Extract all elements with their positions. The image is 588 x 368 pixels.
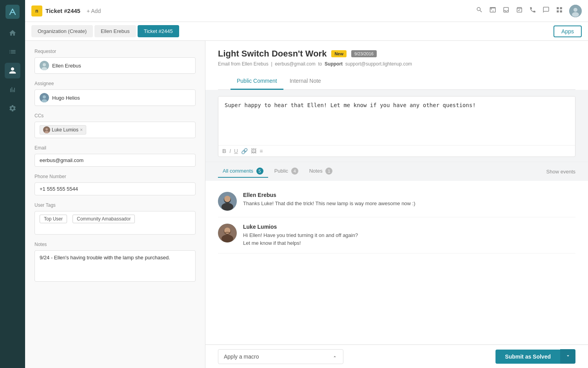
filter-all-comments[interactable]: All comments 5	[218, 165, 268, 178]
filter-notes[interactable]: Notes 1	[305, 165, 338, 178]
chevron-up-icon	[332, 354, 338, 359]
cc-remove-icon[interactable]: ×	[80, 127, 83, 133]
assignee-label: Assignee	[34, 81, 196, 86]
image-icon[interactable]: 🖼	[251, 148, 256, 154]
show-events-link[interactable]: Show events	[546, 169, 575, 175]
email-to-name: Support	[325, 61, 343, 67]
phone-icon[interactable]	[529, 6, 536, 15]
ticket-title: Ticket #2445	[45, 7, 80, 14]
macro-label: Apply a macro	[224, 353, 259, 360]
notes-field[interactable]: 9/24 - Ellen's having trouble with the l…	[34, 250, 196, 282]
chart-icon[interactable]	[5, 82, 20, 97]
ticket-header-area: Light Switch Doesn't Work New 9/23/2016 …	[205, 41, 588, 90]
gear-icon[interactable]	[5, 100, 20, 116]
cc-tag-luke[interactable]: Luke Lumios ×	[40, 125, 86, 135]
email-value: eerbus@gmail.com	[40, 157, 83, 163]
submit-btn-area: Submit as Solved	[495, 349, 575, 364]
svg-point-19	[221, 235, 233, 242]
badge-new: New	[331, 50, 347, 57]
comment-tabs: Public Comment Internal Note	[218, 73, 575, 90]
ccs-label: CCs	[34, 113, 196, 118]
all-comments-count: 5	[256, 168, 263, 175]
svg-point-7	[43, 95, 46, 98]
email-from-addr: eerbus@gmail.com	[275, 61, 316, 67]
list-icon[interactable]	[5, 44, 20, 60]
email-info: Email from Ellen Erebus | eerbus@gmail.c…	[218, 61, 575, 67]
user-tags-label: User Tags	[34, 202, 196, 208]
app-logo[interactable]	[5, 5, 20, 19]
requestor-avatar	[40, 61, 49, 70]
comment-text-1: Hi Ellen! Have you tried turning it on a…	[243, 231, 575, 247]
tab-bar: Organization (Create) Ellen Erebus Ticke…	[25, 22, 588, 41]
tab-organization[interactable]: Organization (Create)	[31, 25, 93, 37]
requestor-field[interactable]: Ellen Erebus	[34, 57, 196, 74]
users-icon[interactable]	[5, 63, 20, 78]
comment-body-0: Ellen Erebus Thanks Luke! That did the t…	[243, 192, 575, 211]
comment-item-1: Luke Lumios Hi Ellen! Have you tried tur…	[218, 217, 575, 253]
tab-internal-note[interactable]: Internal Note	[283, 73, 327, 90]
bold-icon[interactable]: B	[222, 148, 226, 154]
ccs-field[interactable]: Luke Lumios ×	[34, 122, 196, 138]
grid-icon[interactable]	[556, 6, 563, 15]
requestor-label: Requestor	[34, 49, 196, 54]
user-avatar[interactable]	[569, 5, 582, 17]
svg-point-10	[45, 128, 48, 131]
inbox-icon[interactable]	[503, 6, 510, 15]
submit-solved-button[interactable]: Submit as Solved	[495, 350, 560, 364]
ticket-subject-row: Light Switch Doesn't Work New 9/23/2016	[218, 49, 575, 59]
svg-point-11	[45, 131, 49, 133]
badge-date: 9/23/2016	[351, 50, 377, 57]
macro-dropdown[interactable]: Apply a macro	[218, 349, 343, 364]
svg-point-5	[42, 67, 47, 70]
tag-top-user[interactable]: Top User	[40, 215, 67, 223]
email-field[interactable]: eerbus@gmail.com	[34, 154, 196, 167]
submit-dropdown-button[interactable]	[560, 349, 575, 364]
ticket-subject: Light Switch Doesn't Work	[218, 49, 327, 59]
comment-avatar-ellen	[218, 192, 237, 211]
search-icon[interactable]	[476, 6, 483, 15]
svg-point-2	[572, 12, 579, 17]
ticket-icon-letter: n	[35, 8, 38, 14]
tab-ellen[interactable]: Ellen Erebus	[94, 25, 136, 37]
svg-point-15	[221, 203, 233, 211]
public-count: 4	[291, 168, 298, 175]
svg-point-1	[573, 8, 577, 12]
ticket-title-area: n Ticket #2445 + Add	[31, 5, 471, 16]
notes-count: 1	[325, 168, 332, 175]
reply-toolbar: B I U 🔗 🖼 ≡	[218, 145, 575, 157]
chat-icon[interactable]	[543, 6, 550, 15]
assignee-name: Hugo Helios	[52, 95, 80, 101]
phone-label: Phone Number	[34, 174, 196, 179]
assignee-avatar	[40, 93, 49, 102]
package-icon[interactable]	[516, 6, 523, 15]
phone-field[interactable]: +1 555 555 5544	[34, 182, 196, 195]
svg-point-4	[43, 63, 46, 66]
home-icon[interactable]	[5, 25, 20, 41]
top-header: n Ticket #2445 + Add	[25, 0, 588, 22]
list-ul-icon[interactable]: ≡	[260, 148, 263, 154]
reply-area: Super happy to hear that Ellen! Let me k…	[218, 96, 575, 157]
email-label: Email	[34, 145, 196, 151]
tab-public-comment[interactable]: Public Comment	[230, 73, 283, 90]
left-panel: Requestor Ellen Erebus Assignee	[25, 41, 205, 368]
apps-button[interactable]: Apps	[554, 26, 582, 37]
reply-textarea[interactable]: Super happy to hear that Ellen! Let me k…	[218, 97, 575, 144]
tab-ticket[interactable]: Ticket #2445	[138, 25, 179, 37]
requestor-name: Ellen Erebus	[52, 63, 81, 69]
comment-item-0: Ellen Erebus Thanks Luke! That did the t…	[218, 186, 575, 217]
italic-icon[interactable]: I	[229, 148, 231, 154]
comments-filter: All comments 5 Public 4 Notes 1 Show eve…	[205, 162, 588, 181]
sidebar	[0, 0, 25, 368]
user-tags-field[interactable]: Top User Community Amabassador	[34, 211, 196, 235]
notes-value: 9/24 - Ellen's having trouble with the l…	[40, 255, 170, 261]
link-icon[interactable]: 🔗	[241, 148, 248, 154]
filter-public[interactable]: Public 4	[270, 165, 303, 178]
underline-icon[interactable]: U	[234, 148, 238, 154]
add-button[interactable]: + Add	[87, 8, 101, 14]
tag-community-ambassador[interactable]: Community Amabassador	[73, 215, 135, 223]
assignee-field[interactable]: Hugo Helios	[34, 89, 196, 106]
terminal-icon[interactable]	[489, 6, 496, 15]
comments-list: Ellen Erebus Thanks Luke! That did the t…	[205, 181, 588, 344]
email-from-label: Email from Ellen Erebus	[218, 61, 269, 67]
comment-body-1: Luke Lumios Hi Ellen! Have you tried tur…	[243, 224, 575, 247]
